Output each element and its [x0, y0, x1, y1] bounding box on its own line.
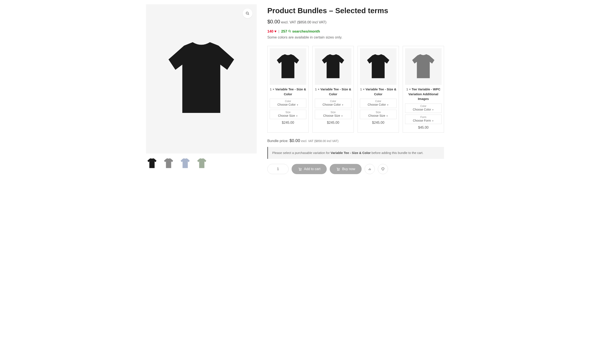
bundle-item-image[interactable]: [405, 48, 442, 85]
wishlist-button[interactable]: [378, 164, 388, 174]
quantity-input[interactable]: [267, 164, 289, 174]
variation-value: Choose Size: [278, 114, 295, 117]
bundle-total-amount: $0.00: [289, 138, 300, 143]
bundle-total: Bundle price: $0.00 excl. VAT ($858.00 i…: [267, 138, 444, 143]
bundle-item-image[interactable]: [360, 48, 396, 85]
bundle-item-title: 1 × Variable Tee - Size & Color: [270, 87, 306, 97]
add-to-cart-button[interactable]: Add to cart: [292, 164, 327, 174]
variation-select-color[interactable]: Color Choose Color▼: [360, 99, 396, 108]
variation-value: Choose Color: [322, 103, 341, 106]
variation-select-color[interactable]: Color Choose Color▼: [315, 99, 351, 108]
price-suffix: excl. VAT ($858.00 incl VAT): [281, 20, 327, 24]
svg-line-1: [248, 14, 249, 15]
bundle-item: 1 × Variable Tee - Size & Color Color Ch…: [358, 46, 399, 133]
bundle-item-price: $245.00: [270, 121, 306, 125]
svg-point-6: [338, 170, 338, 170]
variation-select-size[interactable]: Size Choose Size▼: [270, 110, 306, 119]
price-line: $0.00 excl. VAT ($858.00 incl VAT): [267, 19, 444, 25]
notice-suffix: before adding this bundle to the cart.: [371, 151, 423, 155]
likes-count: 140: [267, 29, 273, 33]
add-to-cart-label: Add to cart: [304, 167, 320, 171]
bundle-item-title: 1 × Variable Tee - Size & Color: [360, 87, 396, 97]
variation-label: Color: [315, 100, 351, 103]
bundle-item-image[interactable]: [315, 48, 351, 85]
caret-down-icon: ▼: [432, 109, 434, 111]
svg-point-2: [289, 30, 290, 32]
bundle-item: 1 × Variable Tee - Size & Color Color Ch…: [312, 46, 354, 133]
variation-select-color[interactable]: Color Choose Color▼: [405, 104, 442, 113]
heart-icon: ♥: [274, 29, 276, 33]
variation-value: Choose Size: [323, 114, 340, 117]
variation-label: Color: [270, 100, 306, 103]
cart-icon: [336, 167, 340, 171]
bundle-item: 1 × Tee Variable - WPC Variation Additio…: [403, 46, 444, 133]
caret-down-icon: ▼: [342, 104, 344, 106]
product-description: Some colors are available in certain siz…: [267, 35, 444, 39]
variation-select-color[interactable]: Color Choose Color▼: [270, 99, 306, 108]
variation-value: Choose Size: [368, 114, 385, 117]
svg-point-7: [339, 170, 339, 170]
bundle-item-title: 1 × Tee Variable - WPC Variation Additio…: [405, 87, 442, 101]
search-icon: [288, 30, 291, 33]
bundle-item-price: $45.00: [405, 126, 442, 130]
bundle-total-suffix: excl. VAT ($858.00 incl VAT): [301, 139, 338, 143]
cart-icon: [298, 167, 302, 171]
svg-point-0: [246, 12, 248, 14]
bundle-grid: 1 × Variable Tee - Size & Color Color Ch…: [267, 46, 444, 133]
product-title: Product Bundles – Selected terms: [267, 6, 444, 15]
buy-now-button[interactable]: Buy now: [330, 164, 362, 174]
stats-line: 140 ♥ | 257 searches/month: [267, 29, 444, 34]
caret-down-icon: ▼: [296, 104, 299, 106]
variation-select-size[interactable]: Size Choose Size▼: [360, 110, 396, 119]
variation-label: Form: [405, 116, 442, 119]
magnify-icon: [246, 12, 249, 15]
variation-select-size[interactable]: Size Choose Size▼: [315, 110, 351, 119]
product-image: [158, 35, 245, 123]
variation-label: Size: [360, 111, 396, 114]
product-main-image[interactable]: [146, 4, 257, 154]
thumbnail[interactable]: [179, 157, 191, 169]
notice-prefix: Please select a purchasable variation fo…: [272, 151, 330, 155]
compare-button[interactable]: [365, 164, 375, 174]
thumbnail[interactable]: [146, 157, 158, 169]
bundle-item-price: $245.00: [360, 121, 396, 125]
variation-select-form[interactable]: Form Choose Form▼: [405, 115, 442, 124]
bundle-item: 1 × Variable Tee - Size & Color Color Ch…: [267, 46, 309, 133]
caret-down-icon: ▼: [386, 115, 388, 117]
actions-row: Add to cart Buy now: [267, 164, 444, 174]
bundle-total-label: Bundle price:: [267, 139, 288, 143]
bundle-item-image[interactable]: [270, 48, 306, 85]
thumbnail[interactable]: [163, 157, 174, 169]
price-amount: $0.00: [267, 19, 280, 25]
heart-icon: [381, 167, 385, 171]
variation-label: Color: [405, 105, 442, 108]
svg-point-4: [299, 170, 300, 170]
variation-label: Size: [315, 111, 351, 114]
bundle-item-price: $245.00: [315, 121, 351, 125]
notice-product: Variable Tee - Size & Color: [330, 151, 371, 155]
svg-point-5: [301, 170, 301, 170]
thumbnail[interactable]: [196, 157, 208, 169]
variation-value: Choose Color: [277, 103, 296, 106]
caret-down-icon: ▼: [341, 115, 343, 117]
thumbnail-list: [146, 157, 257, 169]
caret-down-icon: ▼: [296, 115, 298, 117]
bundle-item-title: 1 × Variable Tee - Size & Color: [315, 87, 351, 97]
variation-value: Choose Form: [413, 119, 431, 122]
variation-value: Choose Color: [413, 108, 431, 111]
variation-label: Size: [270, 111, 306, 114]
caret-down-icon: ▼: [387, 104, 389, 106]
variation-value: Choose Color: [368, 103, 386, 106]
svg-line-3: [290, 32, 291, 32]
searches-count: 257: [281, 29, 287, 33]
zoom-button[interactable]: [243, 8, 252, 18]
caret-down-icon: ▼: [432, 120, 434, 122]
variation-notice: Please select a purchasable variation fo…: [267, 147, 444, 159]
variation-label: Color: [360, 100, 396, 103]
searches-label: searches/month: [292, 29, 320, 33]
buy-now-label: Buy now: [342, 167, 355, 171]
bar-chart-icon: [368, 167, 371, 171]
